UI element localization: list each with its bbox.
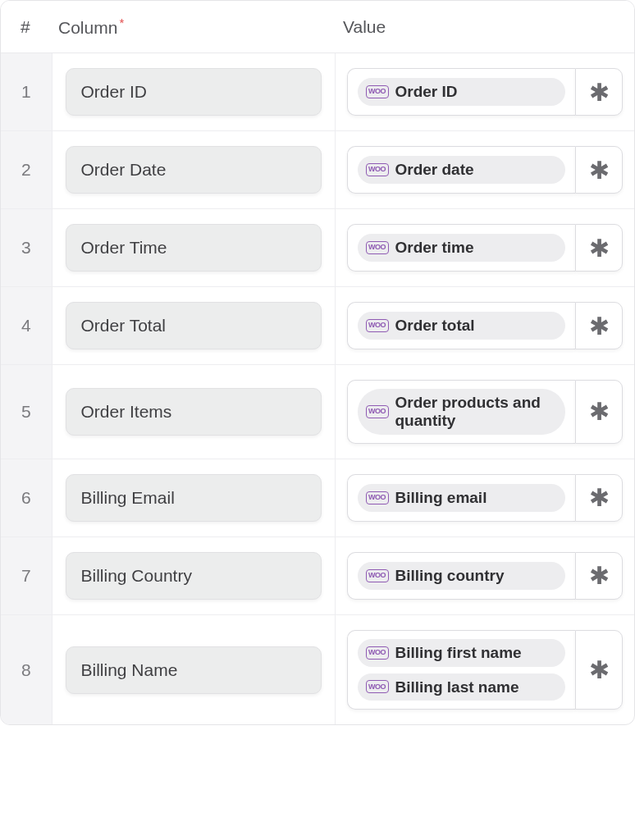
row-action-button[interactable]: ✱ xyxy=(575,552,623,600)
asterisk-icon: ✱ xyxy=(589,483,610,512)
asterisk-icon: ✱ xyxy=(589,234,610,262)
row-number: 7 xyxy=(1,536,52,614)
value-tag-label: Order products and quantity xyxy=(395,394,553,430)
value-input[interactable]: WOOOrder date xyxy=(347,146,576,194)
value-tag[interactable]: WOOOrder ID xyxy=(358,78,566,106)
column-input[interactable]: Order ID xyxy=(66,68,322,116)
woo-icon: WOO xyxy=(366,680,389,693)
asterisk-icon: ✱ xyxy=(589,78,610,107)
column-cell: Order Items xyxy=(52,365,335,459)
value-tag-label: Order total xyxy=(395,317,475,335)
mapping-table: # Column* Value 1Order IDWOOOrder ID✱2Or… xyxy=(1,1,634,724)
row-action-button[interactable]: ✱ xyxy=(575,224,623,272)
column-cell: Billing Name xyxy=(52,614,335,724)
value-cell: WOOOrder ID✱ xyxy=(335,53,634,131)
value-input[interactable]: WOOOrder total xyxy=(347,302,576,349)
required-indicator: * xyxy=(119,16,124,30)
table-row: 4Order TotalWOOOrder total✱ xyxy=(1,287,634,365)
woo-icon: WOO xyxy=(366,85,389,98)
header-num: # xyxy=(1,1,52,53)
column-input[interactable]: Order Time xyxy=(66,224,322,272)
header-column: Column* xyxy=(52,1,335,53)
value-row: WOOBilling first nameWOOBilling last nam… xyxy=(347,630,624,710)
woo-icon: WOO xyxy=(366,405,389,418)
row-action-button[interactable]: ✱ xyxy=(575,474,623,522)
value-tag[interactable]: WOOOrder products and quantity xyxy=(358,389,566,435)
value-tag-label: Billing email xyxy=(395,489,487,507)
row-action-button[interactable]: ✱ xyxy=(575,380,623,444)
table-row: 6Billing EmailWOOBilling email✱ xyxy=(1,459,634,536)
column-cell: Order Date xyxy=(52,131,335,209)
column-input[interactable]: Order Date xyxy=(66,146,322,194)
column-input[interactable]: Order Items xyxy=(66,388,322,436)
value-row: WOOOrder date✱ xyxy=(347,146,624,194)
row-number: 4 xyxy=(1,287,52,365)
value-cell: WOOBilling first nameWOOBilling last nam… xyxy=(335,614,634,724)
value-tag[interactable]: WOOOrder time xyxy=(358,234,566,262)
table-row: 5Order ItemsWOOOrder products and quanti… xyxy=(1,365,634,459)
value-cell: WOOOrder time✱ xyxy=(335,209,634,287)
row-number: 2 xyxy=(1,131,52,209)
value-tag-label: Order time xyxy=(395,239,474,257)
header-value: Value xyxy=(335,1,634,53)
column-input[interactable]: Billing Email xyxy=(66,474,322,522)
value-row: WOOOrder time✱ xyxy=(347,224,624,272)
woo-icon: WOO xyxy=(366,241,389,254)
woo-icon: WOO xyxy=(366,163,389,176)
woo-icon: WOO xyxy=(366,319,389,332)
header-column-label: Column xyxy=(58,18,117,37)
value-input[interactable]: WOOBilling country xyxy=(347,552,576,600)
row-number: 1 xyxy=(1,53,52,131)
woo-icon: WOO xyxy=(366,646,389,660)
value-tag[interactable]: WOOOrder total xyxy=(358,312,566,340)
value-input[interactable]: WOOBilling email xyxy=(347,474,576,522)
value-input[interactable]: WOOOrder time xyxy=(347,224,576,272)
value-tag-label: Billing first name xyxy=(395,644,522,662)
value-tag-label: Billing last name xyxy=(395,678,519,696)
column-cell: Billing Country xyxy=(52,536,335,614)
asterisk-icon: ✱ xyxy=(589,655,610,684)
row-number: 5 xyxy=(1,365,52,459)
value-tag[interactable]: WOOBilling country xyxy=(358,562,566,590)
row-action-button[interactable]: ✱ xyxy=(575,630,623,710)
value-tag[interactable]: WOOOrder date xyxy=(358,156,566,184)
value-tag[interactable]: WOOBilling last name xyxy=(358,673,566,701)
value-cell: WOOOrder date✱ xyxy=(335,131,634,209)
value-row: WOOBilling country✱ xyxy=(347,552,624,600)
asterisk-icon: ✱ xyxy=(589,561,610,590)
value-cell: WOOBilling country✱ xyxy=(335,536,634,614)
table-row: 2Order DateWOOOrder date✱ xyxy=(1,131,634,209)
value-input[interactable]: WOOOrder products and quantity xyxy=(347,380,576,444)
value-input[interactable]: WOOBilling first nameWOOBilling last nam… xyxy=(347,630,576,710)
value-tag[interactable]: WOOBilling first name xyxy=(358,639,566,667)
row-number: 6 xyxy=(1,459,52,536)
column-input[interactable]: Billing Name xyxy=(66,646,322,694)
woo-icon: WOO xyxy=(366,569,389,582)
value-tag-label: Order ID xyxy=(395,83,458,101)
column-input[interactable]: Order Total xyxy=(66,302,322,349)
asterisk-icon: ✱ xyxy=(589,156,610,185)
value-row: WOOOrder ID✱ xyxy=(347,68,624,116)
asterisk-icon: ✱ xyxy=(589,397,610,426)
row-action-button[interactable]: ✱ xyxy=(575,68,623,116)
value-cell: WOOOrder total✱ xyxy=(335,287,634,365)
row-number: 8 xyxy=(1,614,52,724)
value-cell: WOOOrder products and quantity✱ xyxy=(335,365,634,459)
column-cell: Order Time xyxy=(52,209,335,287)
column-cell: Order Total xyxy=(52,287,335,365)
table-row: 3Order TimeWOOOrder time✱ xyxy=(1,209,634,287)
value-row: WOOOrder total✱ xyxy=(347,302,624,349)
row-action-button[interactable]: ✱ xyxy=(575,146,623,194)
table-row: 8Billing NameWOOBilling first nameWOOBil… xyxy=(1,614,634,724)
value-tag[interactable]: WOOBilling email xyxy=(358,484,566,512)
woo-icon: WOO xyxy=(366,491,389,504)
row-number: 3 xyxy=(1,209,52,287)
table-row: 7Billing CountryWOOBilling country✱ xyxy=(1,536,634,614)
asterisk-icon: ✱ xyxy=(589,312,610,340)
value-cell: WOOBilling email✱ xyxy=(335,459,634,536)
column-input[interactable]: Billing Country xyxy=(66,552,322,600)
column-cell: Order ID xyxy=(52,53,335,131)
value-input[interactable]: WOOOrder ID xyxy=(347,68,576,116)
row-action-button[interactable]: ✱ xyxy=(575,302,623,349)
value-row: WOOBilling email✱ xyxy=(347,474,624,522)
